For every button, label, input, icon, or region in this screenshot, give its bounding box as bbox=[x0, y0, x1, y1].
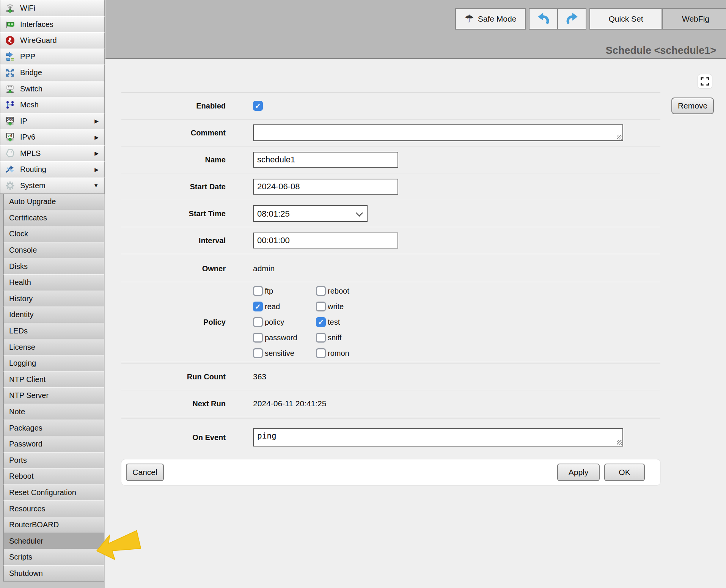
interval-row: Interval bbox=[121, 227, 660, 254]
submenu-item-scripts[interactable]: Scripts bbox=[3, 549, 104, 566]
resize-grip-icon[interactable] bbox=[617, 135, 622, 140]
submenu-item-ports[interactable]: Ports bbox=[3, 452, 104, 469]
submenu-item-certificates[interactable]: Certificates bbox=[3, 210, 104, 226]
submenu-item-history[interactable]: History bbox=[3, 291, 104, 307]
name-row: Name bbox=[121, 146, 660, 173]
next-run-label: Next Run bbox=[121, 399, 226, 408]
on-event-input[interactable]: ping bbox=[253, 428, 623, 447]
ok-button[interactable]: OK bbox=[604, 464, 645, 481]
submenu-item-label: NTP Server bbox=[9, 391, 49, 400]
apply-button[interactable]: Apply bbox=[557, 464, 600, 481]
tab-webfig[interactable]: WebFig bbox=[662, 8, 726, 30]
on-event-row: On Event ping bbox=[121, 418, 660, 456]
policy-option-write: write bbox=[316, 302, 349, 311]
submenu-item-disks[interactable]: Disks bbox=[3, 258, 104, 275]
policy-option-policy: policy bbox=[253, 317, 316, 327]
sidebar-item-label: Interfaces bbox=[20, 20, 53, 29]
undo-button[interactable] bbox=[530, 9, 558, 29]
submenu-item-label: RouterBOARD bbox=[9, 520, 59, 529]
policy-checkbox-romon[interactable] bbox=[316, 348, 326, 358]
start-time-select[interactable]: 08:01:25 bbox=[253, 205, 368, 222]
schedule-form: Enabled ✓ Comment Name Start Date Start … bbox=[121, 59, 660, 485]
submenu-item-label: Password bbox=[9, 440, 42, 448]
svg-text:255: 255 bbox=[7, 118, 13, 122]
sidebar-item-switch[interactable]: Switch bbox=[0, 81, 105, 97]
interval-input[interactable] bbox=[253, 233, 398, 248]
submenu-item-label: Reset Configuration bbox=[9, 488, 76, 497]
sidebar-item-interfaces[interactable]: Interfaces bbox=[0, 16, 105, 33]
sidebar-item-ipv6[interactable]: v6IPv6▶ bbox=[0, 129, 105, 146]
submenu-item-identity[interactable]: Identity bbox=[3, 307, 104, 323]
submenu-item-label: Certificates bbox=[9, 214, 47, 222]
sidebar-item-ppp[interactable]: PPP bbox=[0, 49, 105, 65]
sidebar-item-routing[interactable]: Routing▶ bbox=[0, 161, 105, 178]
policy-checkbox-label: policy bbox=[265, 318, 284, 327]
policy-checkbox-test[interactable]: ✓ bbox=[316, 317, 326, 327]
policy-checkbox-sniff[interactable] bbox=[316, 333, 326, 343]
enabled-checkbox[interactable]: ✓ bbox=[253, 101, 263, 111]
submenu-item-reset-configuration[interactable]: Reset Configuration bbox=[3, 484, 104, 501]
submenu-item-scheduler[interactable]: Scheduler bbox=[3, 533, 104, 549]
submenu-item-shutdown[interactable]: Shutdown bbox=[3, 565, 104, 582]
start-date-input[interactable] bbox=[253, 179, 398, 195]
fullscreen-toggle-button[interactable] bbox=[698, 74, 712, 88]
submenu-item-clock[interactable]: Clock bbox=[3, 226, 104, 242]
submenu-item-reboot[interactable]: Reboot bbox=[3, 468, 104, 485]
sidebar-item-label: WireGuard bbox=[20, 36, 57, 45]
sidebar-item-system[interactable]: System▼ bbox=[0, 178, 105, 194]
remove-button[interactable]: Remove bbox=[671, 97, 714, 114]
sidebar-item-ip[interactable]: 255IP▶ bbox=[0, 113, 105, 130]
sidebar-item-wifi[interactable]: WiFi bbox=[0, 0, 105, 17]
ppp-icon bbox=[5, 52, 15, 62]
submenu-item-console[interactable]: Console bbox=[3, 242, 104, 259]
policy-checkbox-label: password bbox=[265, 333, 297, 342]
submenu-item-ntp-client[interactable]: NTP Client bbox=[3, 371, 104, 388]
annotation-arrow bbox=[94, 526, 143, 565]
submenu-item-auto-upgrade[interactable]: Auto Upgrade bbox=[3, 193, 104, 210]
sidebar-item-mesh[interactable]: Mesh bbox=[0, 97, 105, 113]
umbrella-icon: ☂ bbox=[465, 14, 474, 24]
redo-button[interactable] bbox=[558, 9, 586, 29]
submenu-item-resources[interactable]: Resources bbox=[3, 500, 104, 517]
owner-row: Owner admin bbox=[121, 255, 660, 282]
submenu-item-label: Scripts bbox=[9, 553, 32, 561]
sidebar-item-wireguard[interactable]: WireGuard bbox=[0, 32, 105, 49]
comment-input[interactable] bbox=[253, 124, 623, 141]
submenu-item-license[interactable]: License bbox=[3, 339, 104, 355]
submenu-item-leds[interactable]: LEDs bbox=[3, 323, 104, 340]
policy-checkbox-reboot[interactable] bbox=[316, 286, 326, 296]
safe-mode-button[interactable]: ☂ Safe Mode bbox=[455, 8, 526, 30]
policy-checkbox-policy[interactable] bbox=[253, 317, 263, 327]
sidebar-item-mpls[interactable]: MPLS▶ bbox=[0, 145, 105, 162]
run-count-row: Run Count 363 bbox=[121, 363, 660, 390]
header-bar: ☂ Safe Mode Quick Set WebFig Terminal Sc… bbox=[105, 0, 726, 59]
policy-checkbox-label: sensitive bbox=[265, 349, 294, 358]
policy-checkbox-sensitive[interactable] bbox=[253, 348, 263, 358]
policy-checkbox-ftp[interactable] bbox=[253, 286, 263, 296]
chevron-expanded-icon: ▼ bbox=[93, 182, 99, 189]
submenu-item-packages[interactable]: Packages bbox=[3, 420, 104, 436]
policy-option-password: password bbox=[253, 333, 316, 343]
cancel-button[interactable]: Cancel bbox=[126, 464, 164, 481]
page-title: Schedule <schedule1> bbox=[606, 45, 716, 57]
sidebar-item-label: System bbox=[20, 181, 46, 190]
start-date-label: Start Date bbox=[121, 182, 226, 191]
tab-quick-set[interactable]: Quick Set bbox=[589, 8, 662, 30]
submenu-item-note[interactable]: Note bbox=[3, 404, 104, 420]
submenu-item-label: Clock bbox=[9, 230, 28, 238]
submenu-item-logging[interactable]: Logging bbox=[3, 355, 104, 372]
submenu-item-label: Resources bbox=[9, 505, 46, 513]
resize-grip-icon[interactable] bbox=[617, 440, 622, 445]
submenu-item-password[interactable]: Password bbox=[3, 436, 104, 453]
run-count-label: Run Count bbox=[121, 373, 226, 381]
policy-option-ftp: ftp bbox=[253, 286, 316, 296]
submenu-item-routerboard[interactable]: RouterBOARD bbox=[3, 517, 104, 533]
submenu-item-ntp-server[interactable]: NTP Server bbox=[3, 387, 104, 404]
policy-checkbox-write[interactable] bbox=[316, 302, 326, 311]
sidebar-item-bridge[interactable]: Bridge bbox=[0, 64, 105, 81]
name-input[interactable] bbox=[253, 152, 398, 168]
submenu-item-health[interactable]: Health bbox=[3, 274, 104, 291]
policy-checkbox-read[interactable]: ✓ bbox=[253, 302, 263, 311]
mesh-icon bbox=[5, 100, 15, 110]
policy-checkbox-password[interactable] bbox=[253, 333, 263, 343]
